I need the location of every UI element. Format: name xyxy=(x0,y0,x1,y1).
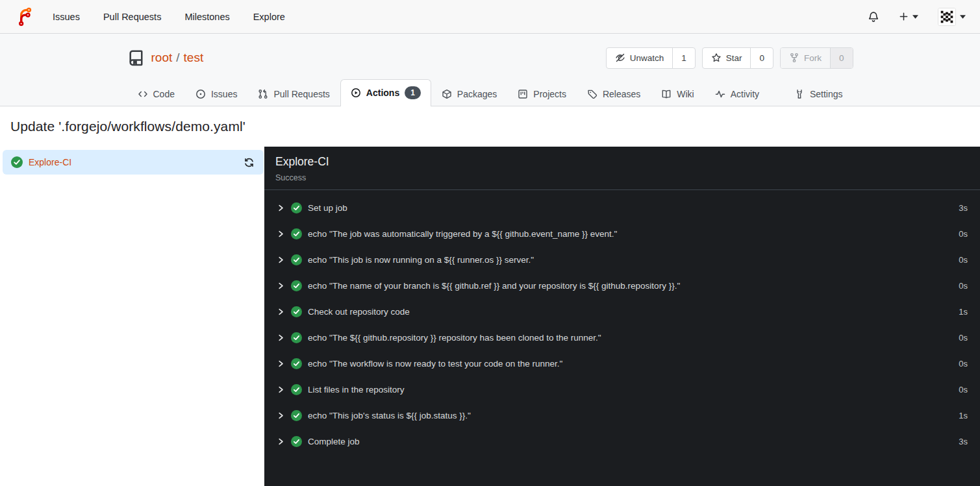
chevron-right-icon xyxy=(277,385,285,394)
tab-label: Actions xyxy=(366,88,399,98)
navbar-right xyxy=(868,8,966,26)
tab-actions[interactable]: Actions 1 xyxy=(340,79,431,106)
notifications-bell-icon[interactable] xyxy=(868,11,879,23)
refresh-icon[interactable] xyxy=(244,157,255,168)
tab-code[interactable]: Code xyxy=(127,82,185,106)
step-success-icon xyxy=(291,280,302,291)
step-row-setup-job[interactable]: Set up job 3s xyxy=(272,195,972,221)
step-row-echo-triggered[interactable]: echo "The job was automatically triggere… xyxy=(272,221,972,247)
chevron-right-icon xyxy=(277,411,285,420)
pulse-icon xyxy=(715,89,725,99)
step-name: echo "The name of your branch is ${{ git… xyxy=(308,281,953,291)
job-success-icon xyxy=(11,156,23,168)
user-menu[interactable] xyxy=(938,8,966,26)
caret-down-icon xyxy=(912,15,918,19)
repo-owner-link[interactable]: root xyxy=(151,51,173,65)
tab-label: Code xyxy=(153,89,175,99)
tab-label: Wiki xyxy=(677,89,694,99)
fork-button[interactable]: Fork xyxy=(781,48,830,68)
star-label: Star xyxy=(726,53,742,63)
tag-icon xyxy=(587,89,597,99)
book-icon xyxy=(661,89,672,99)
step-duration: 3s xyxy=(959,437,968,446)
chevron-right-icon xyxy=(277,308,285,316)
unwatch-label: Unwatch xyxy=(630,53,664,63)
top-navbar: Issues Pull Requests Milestones Explore xyxy=(0,0,980,34)
run-view: Update '.forgejo/workflows/demo.yaml' Ex… xyxy=(0,119,980,486)
tab-label: Releases xyxy=(603,89,640,99)
tab-activity[interactable]: Activity xyxy=(705,82,770,106)
chevron-right-icon xyxy=(277,256,285,264)
chevron-right-icon xyxy=(277,204,285,212)
fork-label: Fork xyxy=(804,53,822,63)
chevron-right-icon xyxy=(277,282,285,290)
step-name: Check out repository code xyxy=(308,307,953,317)
navbar-link-pull-requests[interactable]: Pull Requests xyxy=(103,12,161,22)
user-avatar xyxy=(938,8,956,26)
star-button[interactable]: Star xyxy=(703,48,751,68)
step-name: echo "This job's status is ${{ job.statu… xyxy=(308,411,953,420)
step-name: Complete job xyxy=(308,437,953,446)
steps-list: Set up job 3s echo "The job was automati… xyxy=(264,190,980,486)
step-row-echo-branch[interactable]: echo "The name of your branch is ${{ git… xyxy=(272,273,972,298)
tab-releases[interactable]: Releases xyxy=(577,82,651,106)
step-row-list-files[interactable]: List files in the repository 0s xyxy=(272,376,972,402)
step-success-icon xyxy=(291,384,302,395)
step-success-icon xyxy=(291,332,302,343)
navbar-link-milestones[interactable]: Milestones xyxy=(184,12,229,22)
step-duration: 1s xyxy=(959,307,968,317)
step-success-icon xyxy=(291,410,302,421)
step-name: echo "The ${{ github.repository }} repos… xyxy=(308,333,953,343)
fork-count[interactable]: 0 xyxy=(830,48,853,68)
project-board-icon xyxy=(518,89,528,99)
step-success-icon xyxy=(291,202,302,213)
job-item-explore-ci[interactable]: Explore-CI xyxy=(3,150,264,175)
repo-action-buttons: Unwatch 1 Star 0 xyxy=(606,47,853,69)
step-row-echo-running[interactable]: echo "This job is now running on a ${{ r… xyxy=(272,247,972,273)
navbar-link-explore[interactable]: Explore xyxy=(253,12,285,22)
step-name: echo "The workflow is now ready to test … xyxy=(308,359,953,369)
watch-button-group: Unwatch 1 xyxy=(606,47,696,69)
job-log-panel: Explore-CI Success Set up job 3s echo "T… xyxy=(264,147,980,486)
step-duration: 0s xyxy=(959,255,968,265)
star-count[interactable]: 0 xyxy=(750,48,773,68)
caret-down-icon xyxy=(960,15,966,19)
issue-opened-icon xyxy=(195,89,206,99)
tab-projects[interactable]: Projects xyxy=(507,82,577,106)
chevron-right-icon xyxy=(277,230,285,238)
step-row-echo-ready[interactable]: echo "The workflow is now ready to test … xyxy=(272,350,972,376)
plus-icon xyxy=(899,12,909,21)
eye-off-icon xyxy=(615,53,625,63)
forgejo-logo-icon[interactable] xyxy=(14,6,34,27)
create-new-dropdown[interactable] xyxy=(899,12,918,21)
repo-title-row: root / test Unwatch xyxy=(127,45,853,70)
step-name: Set up job xyxy=(308,203,953,213)
tab-packages[interactable]: Packages xyxy=(431,82,507,106)
repo-book-icon xyxy=(127,49,145,67)
step-success-icon xyxy=(291,358,302,369)
settings-wrench-icon xyxy=(794,89,805,99)
chevron-right-icon xyxy=(277,359,285,368)
step-duration: 1s xyxy=(959,411,968,420)
tab-wiki[interactable]: Wiki xyxy=(651,82,704,106)
jobs-sidebar: Explore-CI xyxy=(0,147,264,486)
step-name: echo "This job is now running on a ${{ r… xyxy=(308,255,953,265)
watch-count[interactable]: 1 xyxy=(672,48,695,68)
tab-issues[interactable]: Issues xyxy=(185,82,247,106)
step-row-checkout[interactable]: Check out repository code 1s xyxy=(272,298,972,324)
chevron-right-icon xyxy=(277,334,285,342)
fork-icon xyxy=(789,53,799,63)
step-name: echo "The job was automatically triggere… xyxy=(308,229,953,239)
step-row-echo-cloned[interactable]: echo "The ${{ github.repository }} repos… xyxy=(272,324,972,350)
unwatch-button[interactable]: Unwatch xyxy=(607,48,673,68)
tab-label: Pull Requests xyxy=(273,89,329,99)
panel-job-name: Explore-CI xyxy=(275,155,969,169)
step-duration: 0s xyxy=(959,281,968,291)
tab-pull-requests[interactable]: Pull Requests xyxy=(247,82,340,106)
tab-settings[interactable]: Settings xyxy=(784,82,853,106)
step-row-echo-status[interactable]: echo "This job's status is ${{ job.statu… xyxy=(272,402,972,428)
navbar-link-issues[interactable]: Issues xyxy=(53,12,80,22)
repo-name-link[interactable]: test xyxy=(184,51,204,65)
step-row-complete-job[interactable]: Complete job 3s xyxy=(272,428,972,454)
repo-tabs: Code Issues Pull Requests xyxy=(127,79,853,106)
